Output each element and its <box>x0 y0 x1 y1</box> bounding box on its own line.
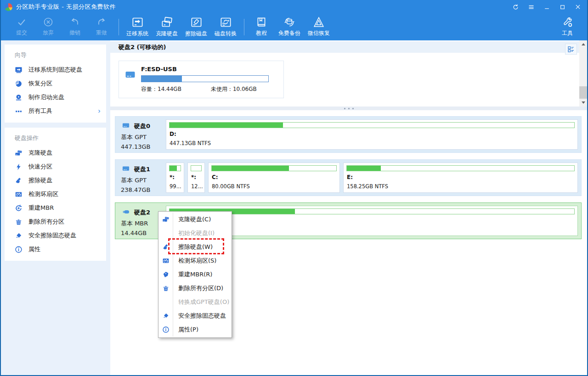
wechat-recovery-button[interactable]: 微信恢复 <box>304 14 334 40</box>
menu-item-secure-erase[interactable]: 安全擦除固态硬盘 <box>158 309 232 323</box>
sidebar-item-rebuild-mbr[interactable]: 重建MBR <box>5 201 106 215</box>
tools-button[interactable]: 工具 <box>554 14 581 40</box>
sidebar-item-label: 重建MBR <box>28 204 54 212</box>
menu-item-properties[interactable]: 属性(P) <box>158 323 232 337</box>
menu-item-delete-partitions[interactable]: 删除所有分区(D) <box>158 281 232 295</box>
menu-item-label: 属性(P) <box>173 323 232 337</box>
usage-bar <box>211 165 337 171</box>
clone-disk-label: 克隆硬盘 <box>156 30 178 38</box>
wipe-disk-button[interactable]: 擦除磁盘 <box>181 14 211 40</box>
minimize-button[interactable] <box>542 2 551 11</box>
menu-item-label: 检测坏扇区(S) <box>173 254 232 268</box>
toolbar-separator <box>244 19 244 35</box>
free-backup-button[interactable]: 免费备份 <box>275 14 304 40</box>
wizard-section-title: 向导 <box>5 47 106 63</box>
app-logo-icon <box>5 3 12 11</box>
migrate-system-label: 迁移系统 <box>126 30 148 38</box>
menu-item-bad-sector[interactable]: 检测坏扇区(S) <box>158 254 232 268</box>
panel-scrollbar[interactable] <box>579 40 587 107</box>
sidebar-item-label: 擦除硬盘 <box>28 176 52 185</box>
bad-sector-icon <box>15 191 23 198</box>
menu-item-label: 转换成GPT硬盘(O) <box>173 295 232 309</box>
disk-size: 238.47GB <box>121 186 166 193</box>
discard-label: 放弃 <box>43 29 54 37</box>
disk-row-1[interactable]: 硬盘1 基本 GPT 238.47GB *: 99... *: <box>115 159 582 196</box>
sidebar-item-all-tools[interactable]: 所有工具 › <box>5 104 106 118</box>
sidebar-item-label: 删除所有分区 <box>28 218 64 226</box>
disk-row-0[interactable]: 硬盘0 基本 GPT 447.13GB D: 447.13GB NTFS <box>115 116 582 153</box>
view-toggle-button[interactable] <box>565 44 577 55</box>
undo-label: 撤销 <box>69 29 80 37</box>
convert-disk-button[interactable]: 磁盘转换 <box>211 14 240 40</box>
partition-label: *: <box>166 171 184 180</box>
partition-label: D: <box>166 128 577 137</box>
partition-label: C: <box>209 171 339 180</box>
sidebar-item-label: 迁移系统到固态硬盘 <box>28 66 82 74</box>
disk-icon <box>121 165 131 174</box>
menu-item-wipe-disk[interactable]: 擦除硬盘(W) <box>158 240 232 254</box>
tutorial-label: 教程 <box>256 29 267 37</box>
menu-item-rebuild-mbr[interactable]: 重建MBR(R) <box>158 268 232 281</box>
sidebar: 向导 迁移系统到固态硬盘 恢复分区 制作启动光盘 所有工具 › <box>1 40 110 375</box>
menu-item-clone-disk[interactable]: 克隆硬盘(C) <box>158 213 232 226</box>
disk-name: 硬盘2 <box>134 208 150 217</box>
scroll-up-icon[interactable] <box>579 40 587 48</box>
menu-item-label: 克隆硬盘(C) <box>173 213 232 226</box>
rebuild-mbr-icon <box>158 268 173 281</box>
recover-partition-icon <box>15 80 23 88</box>
partition-reserved-1[interactable]: *: 99... <box>166 163 184 193</box>
usb-disk-icon <box>121 208 131 217</box>
sidebar-item-clone-disk[interactable]: 克隆硬盘 <box>5 146 106 160</box>
clone-disk-icon <box>15 149 23 157</box>
menu-item-initialize-disk: 初始化硬盘(I) <box>158 226 232 240</box>
clone-disk-button[interactable]: 克隆硬盘 <box>152 14 181 40</box>
sidebar-item-label: 快速分区 <box>28 163 52 171</box>
sidebar-item-migrate-ssd[interactable]: 迁移系统到固态硬盘 <box>5 63 106 77</box>
wipe-broom-icon <box>158 240 173 254</box>
disk-size: 447.13GB <box>121 143 166 150</box>
sidebar-item-bootable-media[interactable]: 制作启动光盘 <box>5 90 106 104</box>
scrollbar-thumb[interactable] <box>579 86 587 99</box>
sidebar-item-label: 安全擦除固态硬盘 <box>28 231 76 240</box>
panel-splitter[interactable] <box>110 107 587 110</box>
usage-bar <box>169 122 575 128</box>
sidebar-item-secure-erase[interactable]: 安全擦除固态硬盘 <box>5 229 106 242</box>
close-button[interactable] <box>573 2 582 11</box>
volume-card[interactable]: F:ESD-USB 容量：14.44GB 未使用：10.06GB <box>119 61 284 98</box>
scroll-down-icon[interactable] <box>579 99 587 107</box>
sidebar-item-recover-partition[interactable]: 恢复分区 <box>5 77 106 90</box>
partition-info: 158.25GB NTFS <box>344 180 577 190</box>
properties-icon <box>158 323 173 337</box>
partition-reserved-2[interactable]: *: 12... <box>187 163 205 193</box>
secure-erase-icon <box>15 232 23 240</box>
usage-bar <box>141 75 269 82</box>
disk-type: 基本 GPT <box>121 133 166 141</box>
sync-icon[interactable] <box>511 2 520 11</box>
usage-bar <box>191 165 202 171</box>
toolbar-separator <box>119 19 119 35</box>
redo-label: 重做 <box>96 29 107 37</box>
usage-bar <box>346 165 575 171</box>
migrate-system-icon <box>15 66 23 74</box>
partition-c[interactable]: C: 80.00GB NTFS <box>208 163 340 193</box>
menu-icon[interactable] <box>526 2 536 11</box>
migrate-system-button[interactable]: 迁移系统 <box>123 14 152 40</box>
partition-d[interactable]: D: 447.13GB NTFS <box>166 119 578 150</box>
partition-e[interactable]: E: 158.25GB NTFS <box>343 163 578 193</box>
disk-name: 硬盘1 <box>134 165 150 174</box>
wechat-recovery-label: 微信恢复 <box>308 29 330 37</box>
window-title: 分区助手专业版 - 无损分区免费软件 <box>16 3 116 11</box>
volume-name: F:ESD-USB <box>141 66 283 73</box>
disk-summary: 硬盘0 基本 GPT 447.13GB <box>115 117 166 152</box>
sidebar-item-quick-partition[interactable]: 快速分区 <box>5 160 106 174</box>
maximize-button[interactable] <box>558 2 567 11</box>
wipe-disk-label: 擦除磁盘 <box>185 30 207 38</box>
sidebar-item-delete-partitions[interactable]: 删除所有分区 <box>5 215 106 229</box>
sidebar-item-bad-sector[interactable]: 检测坏扇区 <box>5 187 106 201</box>
menu-item-label: 安全擦除固态硬盘 <box>173 309 232 323</box>
partition-label: *: <box>188 171 204 180</box>
tutorial-button[interactable]: 教程 <box>248 14 275 40</box>
sidebar-item-properties[interactable]: 属性 <box>5 242 106 256</box>
sidebar-item-wipe-disk[interactable]: 擦除硬盘 <box>5 174 106 187</box>
menu-item-label: 删除所有分区(D) <box>173 281 232 295</box>
